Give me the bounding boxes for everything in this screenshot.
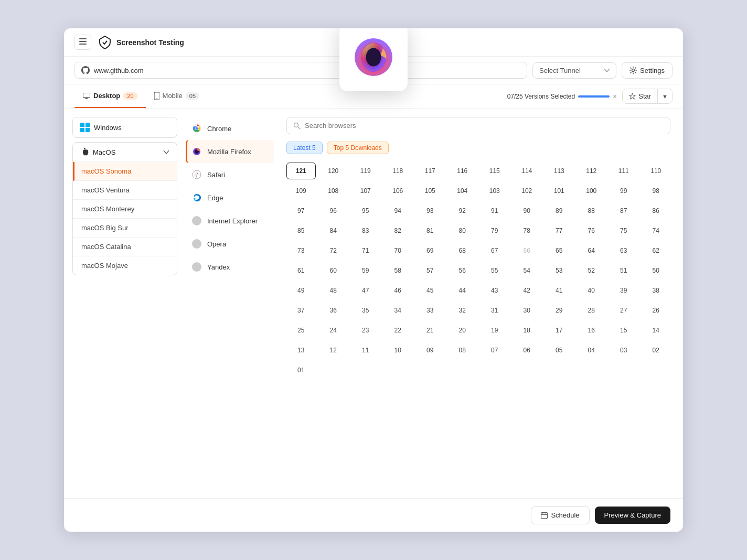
- version-number[interactable]: 56: [448, 262, 477, 279]
- version-number[interactable]: 61: [286, 262, 316, 279]
- version-number[interactable]: 54: [513, 262, 542, 279]
- version-number[interactable]: 07: [480, 342, 509, 359]
- macos-sub-item[interactable]: macOS Monterey: [73, 200, 177, 219]
- version-number[interactable]: 64: [577, 242, 606, 259]
- version-number[interactable]: 99: [609, 182, 638, 199]
- settings-button[interactable]: Settings: [622, 62, 673, 79]
- version-number[interactable]: 10: [383, 342, 413, 359]
- url-input[interactable]: [94, 67, 520, 74]
- tab-desktop[interactable]: Desktop 20: [74, 84, 146, 108]
- capture-button[interactable]: Preview & Capture: [595, 507, 670, 524]
- version-number[interactable]: 118: [383, 163, 413, 179]
- version-number[interactable]: 52: [577, 262, 606, 279]
- browser-item[interactable]: Mozilla Firefox: [186, 140, 274, 163]
- version-number[interactable]: 62: [642, 242, 671, 259]
- version-number[interactable]: 96: [319, 202, 348, 219]
- version-number[interactable]: 20: [448, 322, 477, 339]
- version-number[interactable]: 17: [545, 322, 574, 339]
- version-number[interactable]: 59: [351, 262, 380, 279]
- version-number[interactable]: 49: [286, 282, 316, 299]
- filter-tag[interactable]: Top 5 Downloads: [327, 142, 389, 154]
- version-number[interactable]: 103: [480, 182, 509, 199]
- version-number[interactable]: 82: [383, 222, 413, 239]
- version-number[interactable]: 73: [286, 242, 316, 259]
- browser-item[interactable]: Yandex: [186, 255, 274, 278]
- version-number[interactable]: 114: [513, 163, 542, 179]
- version-number[interactable]: 109: [286, 182, 316, 199]
- version-number[interactable]: 11: [351, 342, 380, 359]
- version-number[interactable]: 69: [415, 242, 445, 259]
- version-number[interactable]: 39: [609, 282, 638, 299]
- version-number[interactable]: 102: [513, 182, 542, 199]
- version-number[interactable]: 81: [415, 222, 445, 239]
- version-number[interactable]: 24: [319, 322, 348, 339]
- version-number[interactable]: 04: [577, 342, 606, 359]
- versions-close[interactable]: ×: [613, 92, 617, 101]
- version-number[interactable]: 60: [319, 262, 348, 279]
- version-number[interactable]: 26: [642, 302, 671, 319]
- version-number[interactable]: 33: [415, 302, 445, 319]
- version-number[interactable]: 32: [448, 302, 477, 319]
- version-number[interactable]: 23: [351, 322, 380, 339]
- version-number[interactable]: 09: [415, 342, 445, 359]
- version-number[interactable]: 63: [609, 242, 638, 259]
- version-number[interactable]: 12: [319, 342, 348, 359]
- macos-sub-item[interactable]: macOS Catalina: [73, 238, 177, 256]
- version-number[interactable]: 22: [383, 322, 413, 339]
- version-number[interactable]: 92: [448, 202, 477, 219]
- version-number[interactable]: 34: [383, 302, 413, 319]
- version-number[interactable]: 89: [545, 202, 574, 219]
- version-number[interactable]: 94: [383, 202, 413, 219]
- version-number[interactable]: 41: [545, 282, 574, 299]
- version-number[interactable]: 107: [351, 182, 380, 199]
- version-number[interactable]: 08: [448, 342, 477, 359]
- version-number[interactable]: 113: [545, 163, 574, 179]
- version-number[interactable]: 112: [577, 163, 606, 179]
- version-number[interactable]: 84: [319, 222, 348, 239]
- browser-item[interactable]: Edge: [186, 186, 274, 209]
- version-number[interactable]: 116: [448, 163, 477, 179]
- version-number[interactable]: 106: [383, 182, 413, 199]
- version-number[interactable]: 29: [545, 302, 574, 319]
- browser-item[interactable]: Chrome: [186, 117, 274, 140]
- version-number[interactable]: 87: [609, 202, 638, 219]
- browser-item[interactable]: Opera: [186, 232, 274, 255]
- version-number[interactable]: 110: [642, 163, 671, 179]
- version-number[interactable]: 70: [383, 242, 413, 259]
- version-number[interactable]: 121: [286, 163, 316, 179]
- version-number[interactable]: 90: [513, 202, 542, 219]
- version-number[interactable]: 13: [286, 342, 316, 359]
- version-number[interactable]: 105: [415, 182, 445, 199]
- macos-sub-item[interactable]: macOS Big Sur: [73, 219, 177, 238]
- version-number[interactable]: 18: [513, 322, 542, 339]
- tab-mobile[interactable]: Mobile 05: [146, 84, 208, 108]
- version-number[interactable]: 74: [642, 222, 671, 239]
- version-number[interactable]: 40: [577, 282, 606, 299]
- version-number[interactable]: 37: [286, 302, 316, 319]
- version-number[interactable]: 83: [351, 222, 380, 239]
- version-number[interactable]: 03: [609, 342, 638, 359]
- version-number[interactable]: 36: [319, 302, 348, 319]
- version-number[interactable]: 65: [545, 242, 574, 259]
- version-number[interactable]: 119: [351, 163, 380, 179]
- version-number[interactable]: 19: [480, 322, 509, 339]
- schedule-button[interactable]: Schedule: [531, 506, 589, 524]
- macos-header[interactable]: MacOS: [73, 143, 177, 161]
- hamburger-button[interactable]: [74, 35, 91, 50]
- version-number[interactable]: 80: [448, 222, 477, 239]
- filter-tag[interactable]: Latest 5: [286, 142, 323, 154]
- version-number[interactable]: 27: [609, 302, 638, 319]
- version-number[interactable]: 55: [480, 262, 509, 279]
- version-number[interactable]: 71: [351, 242, 380, 259]
- version-number[interactable]: 91: [480, 202, 509, 219]
- version-number[interactable]: 46: [383, 282, 413, 299]
- version-number[interactable]: 28: [577, 302, 606, 319]
- version-number[interactable]: 06: [513, 342, 542, 359]
- version-number[interactable]: 104: [448, 182, 477, 199]
- version-number[interactable]: 44: [448, 282, 477, 299]
- version-number[interactable]: 02: [642, 342, 671, 359]
- version-number[interactable]: 97: [286, 202, 316, 219]
- star-dropdown-arrow[interactable]: ▼: [658, 90, 672, 103]
- version-number[interactable]: 38: [642, 282, 671, 299]
- version-number[interactable]: 15: [609, 322, 638, 339]
